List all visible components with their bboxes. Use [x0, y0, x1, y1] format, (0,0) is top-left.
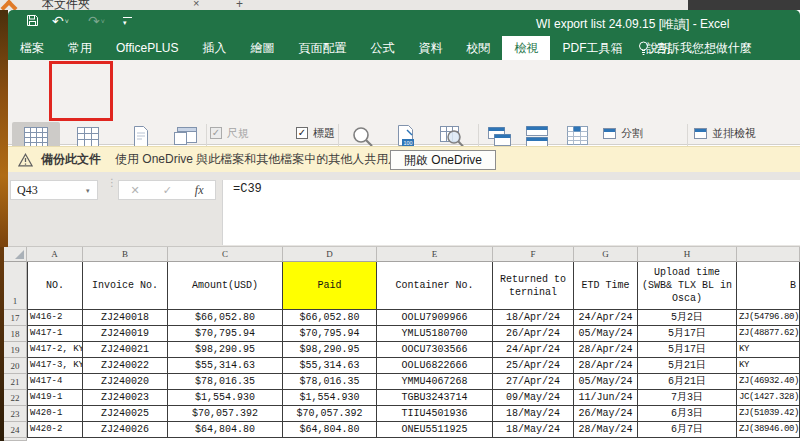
insert-function-icon[interactable]: fx: [195, 183, 204, 198]
row-header-20[interactable]: 20: [4, 358, 27, 374]
data-cell[interactable]: 28/May/24: [574, 422, 638, 438]
data-cell[interactable]: ZJ240020: [83, 374, 168, 390]
header-cell[interactable]: Amount(USD): [168, 262, 283, 310]
background-new-tab-icon[interactable]: +: [236, 0, 243, 10]
undo-caret-icon[interactable]: ˅: [65, 18, 69, 25]
row-header-23[interactable]: 23: [4, 406, 27, 422]
data-cell[interactable]: 5月21日: [638, 358, 737, 374]
data-cell[interactable]: W420-2: [27, 422, 83, 438]
data-cell[interactable]: $66,052.80: [283, 310, 377, 326]
data-cell[interactable]: 5月2日: [638, 310, 737, 326]
ribbon-tab-資料[interactable]: 資料: [406, 36, 454, 60]
data-cell[interactable]: $98,290.95: [283, 342, 377, 358]
data-cell[interactable]: 5月17日: [638, 326, 737, 342]
data-cell[interactable]: 18/Apr/24: [493, 310, 574, 326]
data-cell[interactable]: 05/May/24: [574, 374, 638, 390]
formula-input[interactable]: =C39: [222, 180, 800, 245]
row-header-19[interactable]: 19: [4, 342, 27, 358]
column-header-C[interactable]: C: [168, 247, 283, 262]
data-cell[interactable]: $66,052.80: [168, 310, 283, 326]
data-cell[interactable]: $55,314.63: [168, 358, 283, 374]
header-cell[interactable]: B: [737, 262, 800, 310]
data-cell[interactable]: TGBU3243714: [377, 390, 493, 406]
data-cell[interactable]: ZJ240019: [83, 326, 168, 342]
data-cell[interactable]: 18/May/24: [493, 406, 574, 422]
column-header-I[interactable]: [737, 247, 800, 262]
header-cell[interactable]: Returned to terninal: [493, 262, 574, 310]
data-cell[interactable]: $1,554.930: [168, 390, 283, 406]
data-cell[interactable]: $64,804.80: [168, 422, 283, 438]
header-cell[interactable]: ETD Time: [574, 262, 638, 310]
data-cell[interactable]: OOLU7909966: [377, 310, 493, 326]
ribbon-tab-常用[interactable]: 常用: [56, 36, 104, 60]
data-cell[interactable]: W417-3, KY: [27, 358, 83, 374]
data-cell[interactable]: OOLU6822666: [377, 358, 493, 374]
column-header-F[interactable]: F: [493, 247, 574, 262]
row-header-18[interactable]: 18: [4, 326, 27, 342]
data-cell[interactable]: 27/Apr/24: [493, 374, 574, 390]
data-cell[interactable]: ZJ240018: [83, 310, 168, 326]
ribbon-tab-檔案[interactable]: 檔案: [8, 36, 56, 60]
data-cell[interactable]: 18/May/24: [493, 422, 574, 438]
ribbon-tab-檢視[interactable]: 檢視: [502, 36, 550, 60]
customize-quick-access-toolbar-icon[interactable]: ▾: [123, 17, 132, 27]
data-cell[interactable]: TIIU4501936: [377, 406, 493, 422]
data-cell[interactable]: $70,795.94: [168, 326, 283, 342]
row-header-1[interactable]: 1: [4, 262, 27, 310]
header-cell[interactable]: Paid: [283, 262, 377, 310]
name-box-dropdown-icon[interactable]: ▾: [86, 187, 90, 195]
row-header-24[interactable]: 24: [4, 422, 27, 438]
data-cell[interactable]: 24/Apr/24: [574, 310, 638, 326]
name-box[interactable]: Q43: [10, 180, 98, 200]
data-cell[interactable]: $98,290.95: [168, 342, 283, 358]
ribbon-tab-頁面配置[interactable]: 頁面配置: [286, 36, 358, 60]
data-cell[interactable]: KY: [737, 342, 800, 358]
button-分割[interactable]: 分割: [603, 125, 687, 142]
column-header-E[interactable]: E: [377, 247, 493, 262]
data-cell[interactable]: ZJ(54796.80)+: [737, 310, 800, 326]
ribbon-tab-校閱[interactable]: 校閱: [454, 36, 502, 60]
data-cell[interactable]: JC(1427.328),: [737, 390, 800, 406]
data-cell[interactable]: YMMU4067268: [377, 374, 493, 390]
data-cell[interactable]: W417-2, KY: [27, 342, 83, 358]
data-cell[interactable]: 7月3日: [638, 390, 737, 406]
data-cell[interactable]: $64,804.80: [283, 422, 377, 438]
checkbox-box-icon[interactable]: ✓: [296, 127, 308, 139]
data-cell[interactable]: ZJ(51039.42)+: [737, 406, 800, 422]
save-icon[interactable]: [26, 14, 39, 27]
data-cell[interactable]: $70,795.94: [283, 326, 377, 342]
data-cell[interactable]: ZJ(46932.40)+: [737, 374, 800, 390]
data-cell[interactable]: 25/Apr/24: [493, 358, 574, 374]
row-header-22[interactable]: 22: [4, 390, 27, 406]
tell-me-search[interactable]: 告訴我您想做什麼: [638, 36, 752, 60]
data-cell[interactable]: 6月3日: [638, 406, 737, 422]
cancel-icon[interactable]: ✕: [130, 184, 139, 197]
data-cell[interactable]: W417-4: [27, 374, 83, 390]
data-cell[interactable]: 26/Apr/24: [493, 326, 574, 342]
header-cell[interactable]: NO.: [27, 262, 83, 310]
column-header-B[interactable]: B: [83, 247, 168, 262]
enter-icon[interactable]: ✓: [163, 184, 172, 197]
data-cell[interactable]: $1,554.930: [283, 390, 377, 406]
data-cell[interactable]: 26/May/24: [574, 406, 638, 422]
ribbon-tab-繪圖[interactable]: 繪圖: [238, 36, 286, 60]
header-cell[interactable]: Invoice No.: [83, 262, 168, 310]
button-並排檢視[interactable]: 並排檢視: [694, 125, 800, 142]
data-cell[interactable]: W416-2: [27, 310, 83, 326]
data-cell[interactable]: ZJ240023: [83, 390, 168, 406]
data-cell[interactable]: OOCU7303566: [377, 342, 493, 358]
data-cell[interactable]: 24/Apr/24: [493, 342, 574, 358]
background-tab-close-icon[interactable]: ×: [193, 0, 199, 9]
data-cell[interactable]: $78,016.35: [168, 374, 283, 390]
data-cell[interactable]: W420-1: [27, 406, 83, 422]
data-cell[interactable]: W419-1: [27, 390, 83, 406]
data-cell[interactable]: 09/May/24: [493, 390, 574, 406]
header-cell[interactable]: Upload time (SWB& TLX BL in Osca): [638, 262, 737, 310]
data-cell[interactable]: ZJ(38946.00)-: [737, 422, 800, 438]
row-header-21[interactable]: 21: [4, 374, 27, 390]
header-cell[interactable]: Container No.: [377, 262, 493, 310]
data-cell[interactable]: $78,016.35: [283, 374, 377, 390]
data-cell[interactable]: W417-1: [27, 326, 83, 342]
data-cell[interactable]: 6月7日: [638, 422, 737, 438]
data-cell[interactable]: ZJ240025: [83, 406, 168, 422]
